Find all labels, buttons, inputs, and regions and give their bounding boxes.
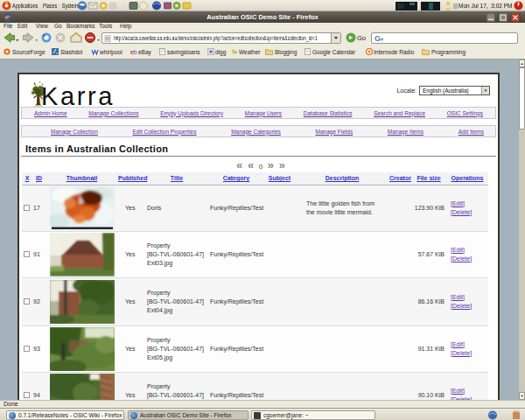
svg-text:b: b [134,49,137,55]
